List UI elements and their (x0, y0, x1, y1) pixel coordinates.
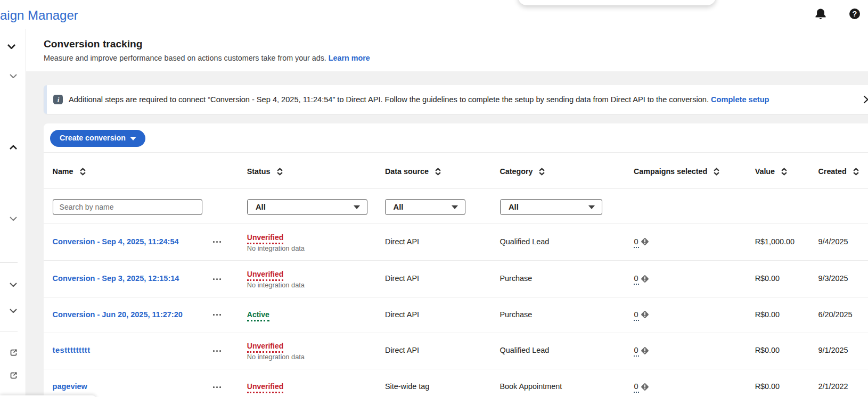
svg-text:i: i (58, 96, 60, 104)
svg-text:?: ? (853, 10, 857, 18)
